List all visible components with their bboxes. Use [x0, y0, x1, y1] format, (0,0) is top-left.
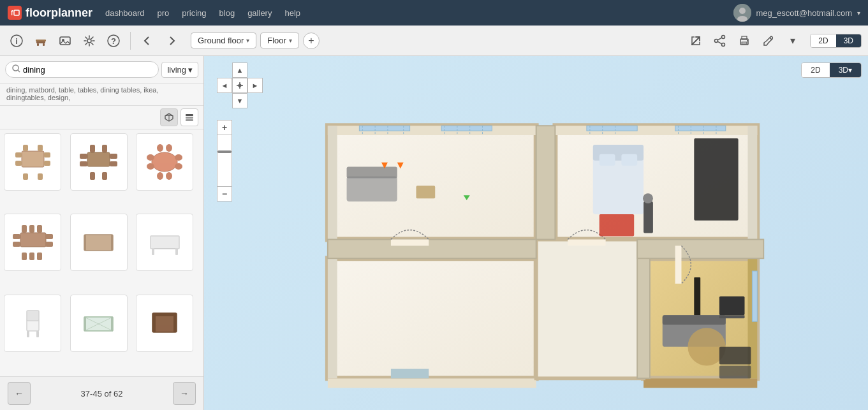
svg-point-4 — [739, 8, 746, 14]
svg-rect-41 — [23, 173, 28, 180]
svg-marker-101 — [328, 258, 536, 378]
3d-view-button[interactable]: 3D — [836, 34, 861, 47]
list-item[interactable] — [4, 214, 61, 271]
floorplan-3d — [236, 75, 862, 404]
list-item[interactable] — [70, 295, 128, 352]
svg-line-20 — [718, 38, 722, 40]
search-icon — [12, 64, 20, 75]
svg-point-59 — [157, 172, 163, 180]
svg-marker-97 — [328, 126, 337, 239]
svg-rect-44 — [80, 154, 87, 159]
share-button[interactable] — [710, 31, 730, 50]
svg-rect-61 — [20, 233, 46, 247]
settings-button[interactable] — [79, 31, 99, 51]
logo-text: floorplanner — [26, 6, 92, 20]
svg-rect-136 — [347, 176, 397, 201]
svg-rect-36 — [44, 152, 50, 157]
ground-floor-arrow: ▾ — [246, 37, 249, 44]
svg-marker-103 — [328, 258, 337, 378]
more-dropdown-button[interactable]: ▾ — [783, 31, 802, 50]
svg-rect-154 — [719, 297, 745, 316]
svg-rect-144 — [600, 154, 615, 166]
nav-blog[interactable]: blog — [219, 8, 235, 18]
topbar: f floorplanner dashboard pro pricing blo… — [0, 0, 868, 26]
svg-rect-37 — [15, 161, 22, 166]
floor-type-label: Floor — [267, 36, 286, 45]
nav-pricing[interactable]: pricing — [182, 8, 206, 18]
prev-page-button[interactable]: ← — [8, 382, 31, 405]
svg-rect-148 — [644, 201, 653, 233]
info-button[interactable]: i — [6, 31, 27, 51]
list-item[interactable] — [70, 133, 128, 191]
user-dropdown-arrow[interactable]: ▾ — [857, 10, 860, 17]
list-furniture-view-button[interactable] — [180, 108, 198, 126]
svg-rect-109 — [637, 240, 650, 379]
svg-point-54 — [175, 154, 182, 161]
left-panel: living ▾ dining, matbord, table, tables,… — [0, 56, 204, 410]
svg-rect-35 — [15, 152, 22, 157]
3d-furniture-view-button[interactable] — [160, 108, 178, 126]
svg-rect-113 — [568, 240, 605, 246]
zoom-controls: + − — [217, 120, 232, 201]
tools-button[interactable] — [759, 31, 778, 50]
svg-rect-43 — [87, 152, 110, 166]
svg-rect-31 — [186, 114, 193, 116]
avatar — [733, 4, 751, 22]
svg-rect-91 — [152, 313, 177, 316]
list-item[interactable] — [136, 295, 193, 352]
svg-rect-73 — [84, 235, 86, 251]
pagination: ← 37-45 of 62 → — [0, 376, 203, 410]
category-dropdown[interactable]: living ▾ — [161, 62, 198, 78]
zoom-out-button[interactable]: − — [217, 186, 232, 201]
svg-rect-137 — [347, 167, 397, 179]
pan-left-button[interactable]: ◄ — [217, 78, 232, 93]
svg-point-18 — [715, 39, 718, 42]
floor-selector: Ground floor ▾ Floor ▾ + — [191, 33, 320, 49]
next-page-button[interactable]: → — [173, 382, 196, 405]
topright-view-toggle: 2D 3D▾ — [801, 62, 862, 78]
nav-next-button[interactable] — [161, 31, 182, 51]
svg-rect-67 — [29, 225, 34, 233]
photo-button[interactable] — [55, 31, 75, 51]
svg-rect-38 — [44, 161, 50, 166]
nav-help[interactable]: help — [284, 8, 300, 18]
svg-rect-50 — [90, 172, 95, 180]
floor-type-button[interactable]: Floor ▾ — [260, 33, 299, 48]
svg-line-26 — [770, 38, 772, 40]
nav-prev-button[interactable] — [137, 31, 158, 51]
furniture-button[interactable] — [31, 31, 51, 51]
list-item[interactable] — [4, 133, 61, 191]
user-email[interactable]: meg_escott@hotmail.com — [756, 8, 852, 18]
nav-dashboard[interactable]: dashboard — [105, 8, 144, 18]
svg-rect-72 — [84, 235, 113, 251]
ground-floor-button[interactable]: Ground floor ▾ — [191, 33, 256, 48]
list-item[interactable] — [136, 214, 193, 271]
svg-rect-47 — [110, 161, 117, 166]
nav-gallery[interactable]: gallery — [247, 8, 272, 18]
svg-rect-71 — [37, 253, 42, 260]
zoom-in-button[interactable]: + — [217, 120, 232, 135]
svg-rect-76 — [152, 249, 154, 255]
svg-rect-135 — [752, 271, 757, 321]
nav-pro[interactable]: pro — [157, 8, 169, 18]
user-area: meg_escott@hotmail.com ▾ — [733, 4, 860, 22]
search-input[interactable] — [23, 65, 152, 75]
svg-marker-102 — [328, 378, 536, 388]
svg-rect-156 — [719, 366, 751, 379]
svg-rect-69 — [22, 253, 27, 260]
svg-rect-46 — [80, 161, 87, 166]
svg-rect-116 — [359, 126, 409, 131]
2d-view-button[interactable]: 2D — [811, 34, 835, 47]
ground-floor-label: Ground floor — [198, 36, 244, 45]
add-floor-button[interactable]: + — [303, 33, 320, 49]
help-button[interactable]: ? — [103, 31, 124, 51]
print-button[interactable] — [735, 31, 754, 50]
list-item[interactable] — [136, 133, 193, 191]
list-item[interactable] — [70, 214, 128, 271]
list-item[interactable] — [4, 295, 61, 352]
2d-topright-button[interactable]: 2D — [802, 63, 829, 77]
export-button[interactable] — [686, 31, 705, 50]
svg-rect-127 — [675, 126, 726, 131]
3d-topright-button[interactable]: 3D▾ — [830, 63, 861, 77]
canvas-area[interactable]: ▲ ◄ ► ▼ + − — [204, 56, 868, 410]
